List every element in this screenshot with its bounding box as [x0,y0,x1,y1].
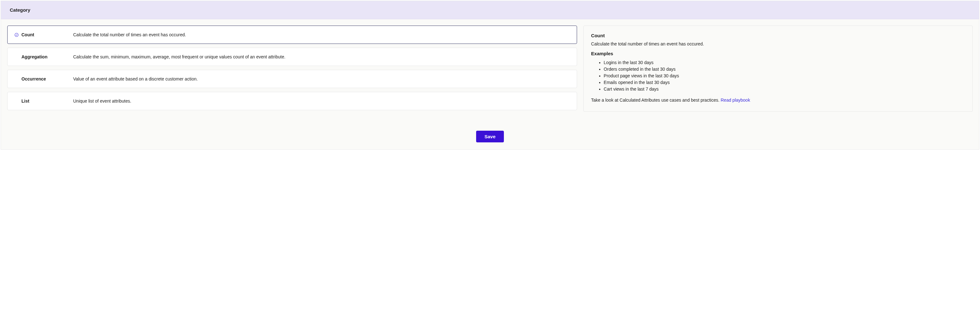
content-area: Count Calculate the total number of time… [1,19,979,118]
footer-row: Save [1,118,979,149]
category-option-list[interactable]: List Unique list of event attributes. [7,92,577,110]
example-item: Product page views in the last 30 days [604,73,965,79]
panel-header: Category [1,1,979,19]
option-name: Occurrence [19,77,73,81]
category-option-count[interactable]: Count Calculate the total number of time… [7,26,577,44]
playbook-row: Take a look at Calculated Attributes use… [591,97,965,102]
category-panel: Category Count Calculate the total numbe… [1,1,979,150]
example-item: Emails opened in the last 30 days [604,79,965,86]
detail-panel: Count Calculate the total number of time… [583,26,973,112]
panel-title: Category [10,7,970,13]
example-item: Cart views in the last 7 days [604,86,965,93]
option-description: Unique list of event attributes. [73,99,131,104]
example-item: Logins in the last 30 days [604,59,965,66]
option-description: Value of an event attribute based on a d… [73,77,198,81]
read-playbook-link[interactable]: Read playbook [721,97,750,102]
category-options-list: Count Calculate the total number of time… [7,26,577,110]
examples-list: Logins in the last 30 days Orders comple… [591,59,965,93]
detail-description: Calculate the total number of times an e… [591,42,965,46]
svg-point-0 [15,33,18,37]
examples-heading: Examples [591,51,965,56]
save-button[interactable]: Save [476,131,504,142]
option-description: Calculate the total number of times an e… [73,32,186,37]
playbook-text: Take a look at Calculated Attributes use… [591,97,721,102]
option-name: List [19,99,73,104]
category-option-aggregation[interactable]: Aggregation Calculate the sum, minimum, … [7,48,577,66]
option-name: Aggregation [19,54,73,59]
detail-title: Count [591,33,965,38]
option-description: Calculate the sum, minimum, maximum, ave… [73,54,285,59]
example-item: Orders completed in the last 30 days [604,66,965,73]
selected-check-icon [13,33,19,37]
option-name: Count [19,32,73,37]
category-option-occurrence[interactable]: Occurrence Value of an event attribute b… [7,70,577,88]
